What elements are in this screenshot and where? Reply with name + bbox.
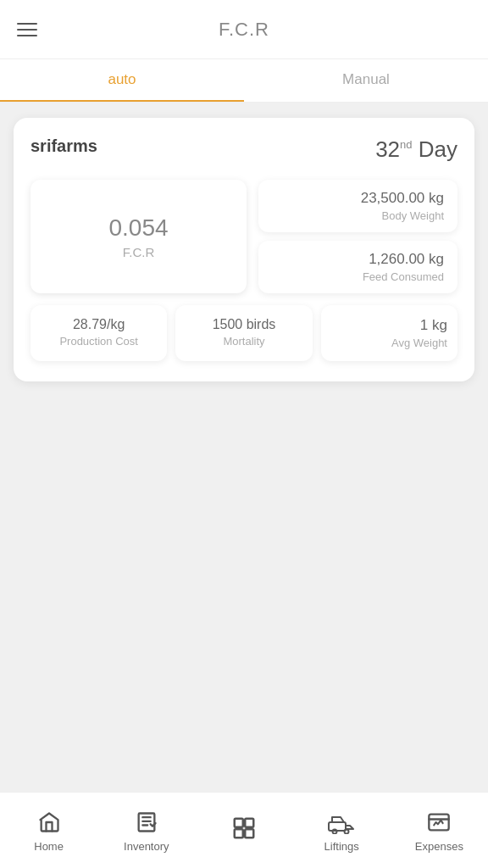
fcr-label: F.C.R [123, 245, 155, 259]
avg-weight-box: 1 kg Avg Weight [321, 305, 458, 361]
expenses-label: Expenses [415, 840, 463, 853]
svg-rect-5 [329, 822, 346, 831]
tab-manual[interactable]: Manual [244, 59, 488, 102]
farm-card: srifarms 32nd Day 0.054 F.C.R 23,500.00 … [14, 118, 474, 381]
body-weight-box: 23,500.00 kg Body Weight [258, 180, 458, 232]
body-weight-value: 23,500.00 kg [272, 190, 444, 207]
dashboard-icon [230, 815, 258, 842]
body-weight-label: Body Weight [272, 209, 444, 222]
inventory-label: Inventory [124, 840, 169, 853]
avg-weight-value: 1 kg [331, 317, 447, 334]
farm-name: srifarms [30, 136, 97, 156]
page-title: F.C.R [219, 19, 269, 41]
svg-rect-2 [245, 819, 253, 827]
svg-rect-3 [235, 829, 243, 837]
day-info: 32nd Day [375, 136, 458, 163]
svg-rect-1 [235, 819, 243, 827]
mortality-label: Mortality [186, 335, 302, 348]
home-icon [36, 809, 63, 836]
svg-point-7 [345, 829, 349, 833]
tab-bar: auto Manual [0, 59, 488, 103]
nav-expenses[interactable]: Expenses [391, 809, 488, 853]
card-header: srifarms 32nd Day [30, 136, 458, 163]
liftings-icon [328, 809, 355, 836]
header: F.C.R [0, 0, 488, 59]
nav-home[interactable]: Home [0, 809, 97, 853]
nav-dashboard[interactable] [195, 815, 292, 846]
nav-inventory[interactable]: Inventory [97, 809, 195, 853]
day-number: 32nd Day [375, 136, 458, 162]
production-cost-label: Production Cost [41, 335, 157, 348]
stats-top-row: 0.054 F.C.R 23,500.00 kg Body Weight 1,2… [30, 180, 458, 293]
inventory-icon [133, 809, 160, 836]
main-content: srifarms 32nd Day 0.054 F.C.R 23,500.00 … [0, 103, 488, 792]
mortality-box: 1500 birds Mortality [175, 305, 312, 361]
nav-liftings[interactable]: Liftings [293, 809, 391, 853]
tab-auto[interactable]: auto [0, 59, 244, 102]
expenses-icon [425, 809, 452, 836]
home-label: Home [34, 840, 64, 853]
liftings-label: Liftings [324, 840, 359, 853]
svg-rect-4 [245, 829, 253, 837]
feed-consumed-box: 1,260.00 kg Feed Consumed [258, 241, 458, 293]
hamburger-menu[interactable] [17, 23, 37, 36]
bottom-nav: Home Inventory [0, 792, 488, 868]
stats-bottom-row: 28.79/kg Production Cost 1500 birds Mort… [30, 305, 458, 361]
production-cost-value: 28.79/kg [41, 317, 157, 332]
production-cost-box: 28.79/kg Production Cost [30, 305, 167, 361]
avg-weight-label: Avg Weight [331, 337, 447, 349]
fcr-box: 0.054 F.C.R [30, 180, 247, 293]
mortality-value: 1500 birds [186, 317, 302, 332]
feed-consumed-label: Feed Consumed [272, 270, 444, 283]
feed-consumed-value: 1,260.00 kg [272, 251, 444, 268]
fcr-value: 0.054 [108, 214, 168, 242]
stats-right-col: 23,500.00 kg Body Weight 1,260.00 kg Fee… [258, 180, 458, 293]
